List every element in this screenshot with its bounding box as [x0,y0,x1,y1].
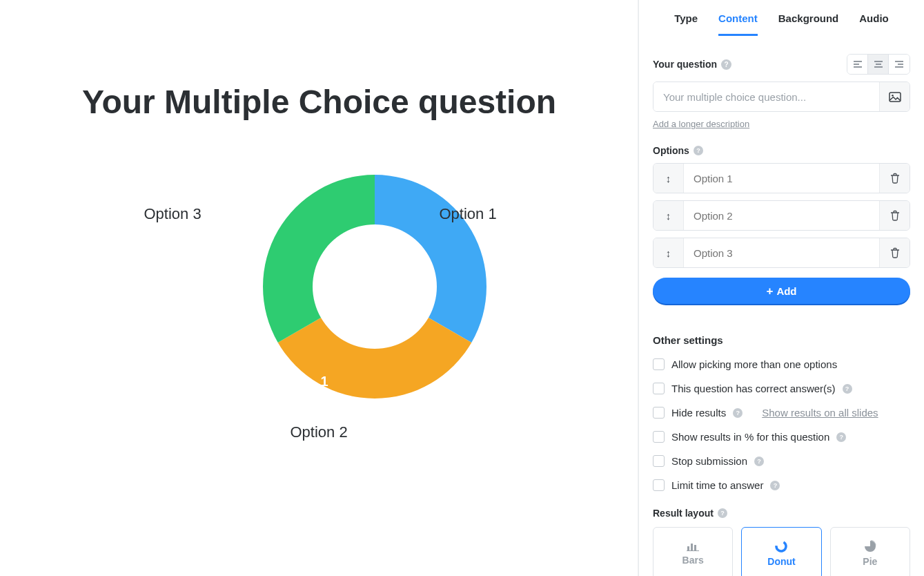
help-icon[interactable]: ? [718,508,727,518]
layout-bars[interactable]: Bars [653,527,733,576]
bars-icon [687,541,699,551]
delete-option-button[interactable] [879,201,910,230]
preview-title: Your Multiple Choice question [82,83,556,121]
checkbox-percent[interactable] [653,431,665,443]
question-input[interactable] [653,82,879,111]
setting-limit-time: Limit time to answer ? [653,479,910,491]
option-input-3[interactable] [684,238,879,267]
result-layout-row: Bars Donut Pie [653,527,910,576]
layout-label: Pie [863,556,877,567]
svg-point-10 [892,95,894,97]
tabs: Type Content Background Audio [653,0,910,36]
layout-donut[interactable]: Donut [741,527,821,576]
checkbox-limit-time[interactable] [653,479,665,491]
help-icon[interactable]: ? [843,384,852,394]
trash-icon [890,247,900,258]
align-right-button[interactable] [889,55,910,74]
drag-handle[interactable]: ↕ [653,238,684,267]
donut-chart: 1 1 1 Option 1 Option 2 Option 3 [126,148,513,473]
tab-background[interactable]: Background [778,12,839,36]
setting-label: Allow picking more than one options [671,358,837,370]
setting-hide-results: Hide results ? Show results on all slide… [653,407,910,419]
svg-point-15 [775,540,787,553]
svg-rect-11 [687,546,689,550]
trash-icon [890,210,900,221]
donut-svg [250,162,499,411]
align-left-icon [853,60,863,68]
align-right-icon [894,60,904,68]
option-row: ↕ [653,163,910,193]
align-center-button[interactable] [868,55,889,74]
option-row: ↕ [653,200,910,231]
delete-option-button[interactable] [879,238,910,267]
add-option-button[interactable]: + Add [653,278,910,304]
chart-label-option-1: Option 1 [440,205,497,223]
chart-label-option-3: Option 3 [144,205,201,223]
checkbox-hide-results[interactable] [653,407,665,419]
layout-label: Bars [682,555,704,566]
help-icon[interactable]: ? [733,408,743,418]
setting-has-correct: This question has correct answer(s) ? [653,383,910,394]
help-icon[interactable]: ? [770,481,780,490]
option-input-1[interactable] [684,164,879,193]
donut-icon [775,540,787,553]
chart-label-option-2: Option 2 [291,423,348,441]
svg-rect-12 [691,544,693,550]
tab-content[interactable]: Content [718,12,758,36]
drag-icon: ↕ [666,210,671,222]
result-layout-label-row: Result layout ? [653,508,910,519]
align-group [847,54,910,75]
setting-allow-multi: Allow picking more than one options [653,358,910,370]
tab-type[interactable]: Type [674,12,698,36]
align-center-icon [874,60,883,68]
plus-icon: + [766,285,773,297]
align-left-button[interactable] [847,55,868,74]
slice-value-3: 1 [239,233,247,249]
setting-label: Limit time to answer [671,479,763,491]
help-icon[interactable]: ? [836,432,846,442]
setting-label: Show results in % for this question [671,431,829,443]
checkbox-stop-submission[interactable] [653,455,665,467]
help-icon[interactable]: ? [721,59,731,70]
option-input-2[interactable] [684,201,879,230]
options-label-row: Options ? [653,145,910,156]
drag-icon: ↕ [666,247,671,259]
drag-handle[interactable]: ↕ [653,201,684,230]
other-settings-header: Other settings [653,334,910,346]
setting-label: Stop submission [671,455,747,467]
svg-rect-13 [694,545,696,550]
checkbox-has-correct[interactable] [653,383,665,394]
tab-audio[interactable]: Audio [859,12,889,36]
image-icon [889,92,901,102]
drag-icon: ↕ [666,173,671,184]
delete-option-button[interactable] [879,164,910,193]
layout-label: Donut [767,556,795,567]
help-icon[interactable]: ? [694,146,703,155]
svg-rect-9 [889,93,901,102]
question-label-row: Your question ? [653,54,910,75]
add-label: Add [776,285,796,297]
question-label: Your question [653,59,717,70]
help-icon[interactable]: ? [754,457,764,466]
trash-icon [890,173,900,184]
preview-pane: Your Multiple Choice question 1 1 1 Opti… [0,0,638,576]
checkbox-allow-multi[interactable] [653,358,665,370]
side-panel: Type Content Background Audio Your quest… [638,0,924,576]
setting-stop-submission: Stop submission ? [653,455,910,467]
setting-percent: Show results in % for this question ? [653,431,910,443]
options-label: Options [653,145,689,156]
setting-label: Hide results [671,407,726,419]
layout-pie[interactable]: Pie [830,527,910,576]
setting-label: This question has correct answer(s) [671,383,836,394]
show-results-all-link[interactable]: Show results on all slides [762,407,878,419]
add-longer-description-link[interactable]: Add a longer description [653,119,749,129]
drag-handle[interactable]: ↕ [653,164,684,193]
image-button[interactable] [879,82,910,111]
slice-value-1: 1 [401,233,409,249]
option-row: ↕ [653,238,910,268]
pie-icon [864,540,876,553]
result-layout-label: Result layout [653,508,714,519]
question-input-row [653,81,910,112]
slice-value-2: 1 [321,374,328,390]
